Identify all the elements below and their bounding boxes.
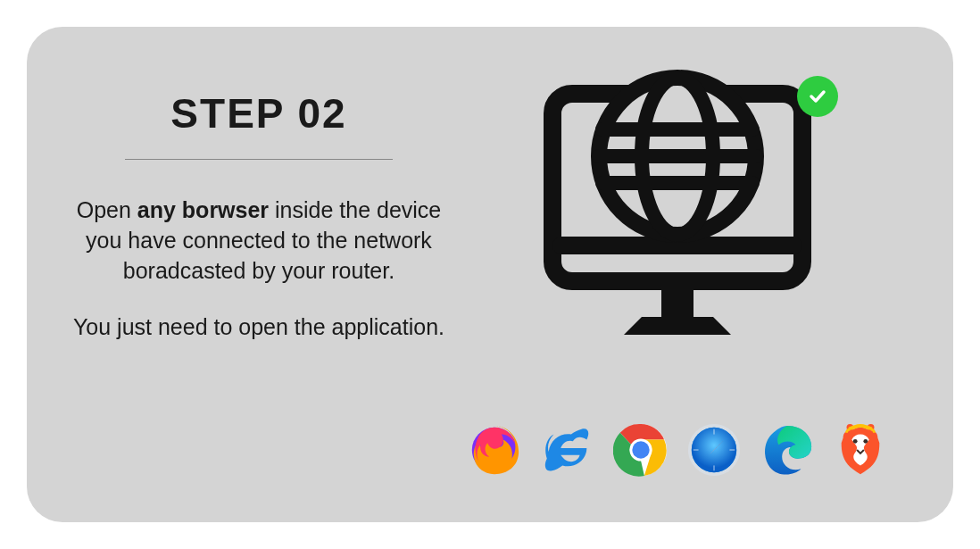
check-badge-icon [797,76,838,117]
monitor-globe-icon [526,58,829,353]
safari-icon [686,422,742,478]
step-description: Open any borwser inside the device you h… [71,195,446,343]
firefox-icon [467,422,522,478]
svg-point-22 [853,439,858,444]
para1-bold: any borwser [137,197,269,222]
step-card: STEP 02 Open any borwser inside the devi… [27,27,953,522]
monitor-globe-illustration [526,58,829,356]
brave-icon [833,422,888,478]
divider [125,159,393,160]
browser-icons-row [467,422,888,478]
edge-icon [760,422,815,478]
chrome-icon [613,422,669,478]
checkmark-icon [807,86,828,107]
svg-rect-2 [661,281,693,317]
svg-point-12 [632,441,649,458]
svg-point-23 [863,439,868,444]
graphic-column [446,80,909,487]
internet-explorer-icon [540,422,595,478]
para1-prefix: Open [77,197,137,222]
text-column: STEP 02 Open any borwser inside the devi… [71,80,446,487]
step-title: STEP 02 [170,89,346,137]
para2: You just need to open the application. [71,312,446,343]
